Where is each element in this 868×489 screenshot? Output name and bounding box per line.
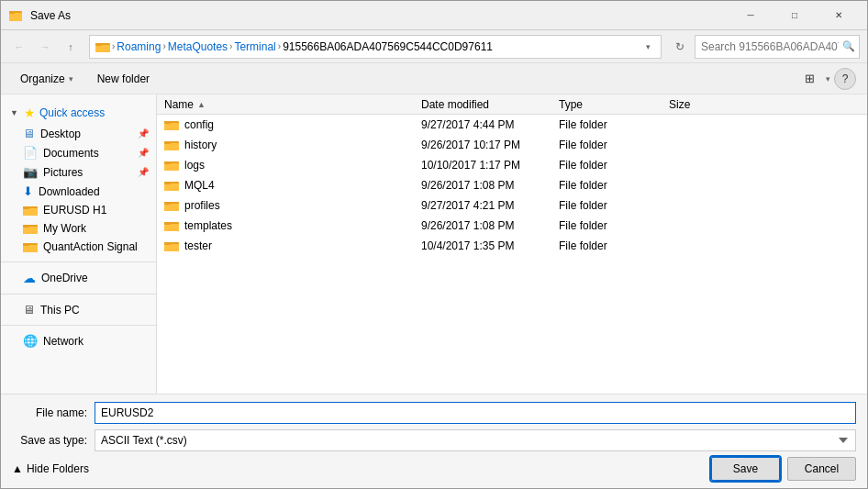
- pictures-icon: 📷: [23, 165, 38, 179]
- refresh-button[interactable]: ↻: [669, 36, 691, 58]
- folder-icon: [164, 118, 179, 131]
- col-header-size[interactable]: Size: [669, 98, 742, 111]
- table-row[interactable]: config 9/27/2017 4:44 PM File folder: [157, 115, 867, 135]
- folder-icon: [164, 179, 179, 192]
- filename-label: File name:: [12, 406, 95, 419]
- svg-rect-32: [164, 222, 171, 225]
- address-dropdown-button[interactable]: ▾: [640, 36, 655, 58]
- table-row[interactable]: history 9/26/2017 10:17 PM File folder: [157, 135, 867, 155]
- sidebar-item-network[interactable]: 🌐 Network: [1, 331, 156, 350]
- forward-button[interactable]: →: [34, 36, 56, 58]
- hide-folders-button[interactable]: ▲ Hide Folders: [12, 462, 89, 475]
- close-button[interactable]: ✕: [818, 1, 860, 30]
- svg-rect-26: [164, 182, 171, 184]
- file-cell-name: tester: [164, 239, 421, 252]
- up-button[interactable]: ↑: [60, 36, 82, 58]
- save-as-dialog: Save As ─ □ ✕ ← → ↑ › Roaming › MetaQuot…: [0, 0, 868, 489]
- svg-rect-1: [9, 13, 22, 21]
- folder-icon: [164, 139, 179, 151]
- svg-rect-23: [164, 161, 171, 164]
- sidebar-item-mywork[interactable]: My Work: [1, 219, 156, 238]
- file-cell-date: 9/27/2017 4:44 PM: [421, 118, 559, 131]
- sidebar-item-downloaded[interactable]: ⬇ Downloaded: [1, 182, 156, 201]
- view-button[interactable]: ⊞: [796, 68, 822, 90]
- sidebar-item-eurusd[interactable]: EURUSD H1: [1, 201, 156, 219]
- sidebar-label-pictures: Pictures: [43, 166, 83, 179]
- title-text: Save As: [30, 9, 71, 22]
- svg-rect-7: [23, 208, 38, 216]
- quick-access-header[interactable]: ▼ ★ Quick access: [1, 102, 156, 124]
- folder-icon-eurusd: [23, 204, 38, 217]
- svg-rect-19: [164, 143, 179, 150]
- svg-rect-28: [164, 204, 179, 211]
- dialog-icon: [8, 8, 23, 23]
- svg-rect-8: [23, 206, 29, 209]
- file-cell-type: File folder: [559, 139, 669, 151]
- breadcrumb: › Roaming › MetaQuotes › Terminal › 9155…: [95, 40, 637, 53]
- svg-rect-20: [164, 141, 171, 144]
- col-header-type[interactable]: Type: [559, 98, 669, 111]
- savetype-select[interactable]: ASCII Text (*.csv): [95, 429, 856, 451]
- sidebar-item-documents[interactable]: 📄 Documents 📌: [1, 143, 156, 162]
- view-chevron-icon: ▾: [826, 74, 830, 83]
- hide-folders-chevron-icon: ▲: [12, 462, 23, 475]
- save-button[interactable]: Save: [711, 457, 780, 481]
- table-row[interactable]: templates 9/26/2017 1:08 PM File folder: [157, 216, 867, 236]
- file-cell-type: File folder: [559, 199, 669, 212]
- svg-rect-4: [95, 45, 110, 52]
- breadcrumb-roaming[interactable]: Roaming: [117, 40, 161, 53]
- sidebar-label-quantaction: QuantAction Signal: [43, 240, 138, 253]
- breadcrumb-current: 915566BA06ADA407569C544CC0D97611: [283, 40, 493, 53]
- folder-breadcrumb-icon: [95, 40, 110, 53]
- address-toolbar: ← → ↑ › Roaming › MetaQuotes › Terminal …: [1, 30, 867, 63]
- action-buttons: Save Cancel: [711, 457, 856, 481]
- back-button[interactable]: ←: [8, 36, 30, 58]
- help-button[interactable]: ?: [834, 68, 856, 90]
- col-header-date[interactable]: Date modified: [421, 98, 559, 111]
- pin-icon-pictures: 📌: [138, 167, 149, 177]
- sidebar-item-thispc[interactable]: 🖥 This PC: [1, 300, 156, 319]
- svg-rect-17: [164, 121, 171, 124]
- sidebar-item-quantaction[interactable]: QuantAction Signal: [1, 238, 156, 256]
- svg-rect-25: [164, 183, 179, 191]
- sidebar-item-onedrive[interactable]: ☁ OneDrive: [1, 268, 156, 288]
- svg-rect-5: [95, 43, 102, 46]
- organize-button[interactable]: Organize ▾: [12, 68, 82, 90]
- bottom-buttons: ▲ Hide Folders Save Cancel: [12, 457, 856, 481]
- savetype-row: Save as type: ASCII Text (*.csv): [12, 429, 856, 451]
- table-row[interactable]: tester 10/4/2017 1:35 PM File folder: [157, 236, 867, 256]
- address-bar[interactable]: › Roaming › MetaQuotes › Terminal › 9155…: [89, 35, 662, 59]
- desktop-icon: 🖥: [23, 127, 35, 140]
- sidebar-item-desktop[interactable]: 🖥 Desktop 📌: [1, 124, 156, 143]
- col-header-name[interactable]: Name ▲: [164, 98, 421, 111]
- sidebar-item-pictures[interactable]: 📷 Pictures 📌: [1, 162, 156, 182]
- search-input[interactable]: [701, 40, 839, 53]
- downloaded-icon: ⬇: [23, 184, 33, 198]
- maximize-button[interactable]: □: [773, 1, 816, 30]
- breadcrumb-metaquotes[interactable]: MetaQuotes: [168, 40, 228, 53]
- file-cell-date: 9/27/2017 4:21 PM: [421, 199, 559, 212]
- new-folder-button[interactable]: New folder: [89, 68, 158, 90]
- table-row[interactable]: profiles 9/27/2017 4:21 PM File folder: [157, 195, 867, 216]
- breadcrumb-terminal[interactable]: Terminal: [234, 40, 275, 53]
- cancel-button[interactable]: Cancel: [787, 457, 856, 481]
- file-cell-name: history: [164, 139, 421, 151]
- svg-rect-10: [23, 227, 38, 234]
- file-cell-type: File folder: [559, 179, 669, 192]
- file-cell-name: profiles: [164, 199, 421, 212]
- svg-rect-31: [164, 224, 179, 231]
- file-list-header: Name ▲ Date modified Type Size: [157, 94, 867, 115]
- svg-rect-13: [23, 245, 38, 252]
- folder-icon-mywork: [23, 222, 38, 235]
- file-cell-type: File folder: [559, 159, 669, 172]
- quick-access-star-icon: ★: [24, 106, 36, 120]
- sort-arrow-icon: ▲: [197, 100, 206, 109]
- title-bar: Save As ─ □ ✕: [1, 1, 867, 30]
- svg-rect-2: [9, 11, 15, 14]
- sidebar-label-eurusd: EURUSD H1: [43, 204, 106, 217]
- file-cell-name: logs: [164, 159, 421, 172]
- table-row[interactable]: MQL4 9/26/2017 1:08 PM File folder: [157, 175, 867, 195]
- filename-input[interactable]: [95, 402, 856, 424]
- minimize-button[interactable]: ─: [729, 1, 772, 30]
- table-row[interactable]: logs 10/10/2017 1:17 PM File folder: [157, 155, 867, 175]
